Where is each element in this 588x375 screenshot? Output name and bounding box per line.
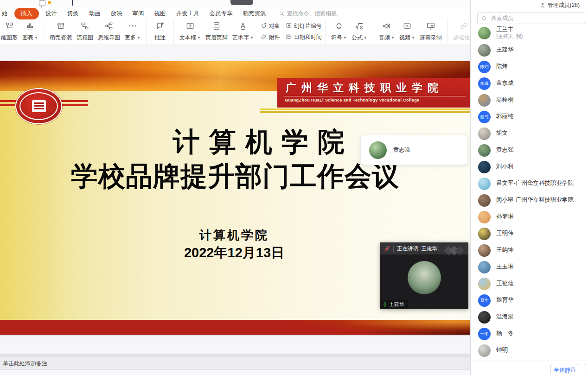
ribbon-item-chart[interactable]: 图表▼: [20, 20, 40, 43]
member-row[interactable]: 闵小翠-广州华立科技职业学院: [478, 192, 588, 209]
menu-tab-developer[interactable]: 开发工具: [171, 8, 205, 19]
ribbon-item-screen-record[interactable]: 屏幕录制: [417, 20, 444, 43]
member-name: 王明伟: [496, 230, 514, 237]
member-name: 温海浚: [496, 313, 514, 321]
member-row[interactable]: 王玉琳: [478, 259, 588, 275]
member-avatar: [478, 27, 491, 39]
speaker-video-window[interactable]: 正在讲话: 王建华; 王建华: [380, 242, 468, 309]
menu-tab-slideshow[interactable]: 放映: [106, 8, 128, 19]
search-icon: [279, 11, 285, 17]
menu-tab-transition[interactable]: 切换: [62, 8, 84, 19]
ribbon-item-textbox[interactable]: 文本框▼: [177, 20, 203, 43]
mic-muted-icon[interactable]: [384, 245, 390, 252]
ribbon-item-hyperlink[interactable]: 超链接▼: [451, 20, 470, 43]
ribbon-group-2: 批注: [147, 19, 174, 44]
menu-tab-view[interactable]: 视图: [149, 8, 171, 19]
ribbon-item-wordart[interactable]: 艺术字▼: [230, 20, 256, 43]
ribbon-item-more[interactable]: 更多▼: [122, 20, 143, 43]
notes-splitter[interactable]: [0, 354, 470, 357]
member-row[interactable]: 王建华: [478, 42, 588, 58]
member-row[interactable]: 黄志强: [478, 142, 588, 159]
ribbon-item-symbol[interactable]: 符号▼: [329, 20, 349, 43]
member-row[interactable]: 温海浚: [478, 309, 588, 325]
speaker-avatar: [408, 261, 441, 294]
status-bar: [0, 369, 470, 375]
dropdown-arrow-icon: ▼: [411, 36, 415, 40]
ribbon-item-mindmap[interactable]: 思维导图: [96, 20, 122, 43]
mindmap-icon: [104, 21, 114, 32]
menu-tab-insert[interactable]: 插入: [14, 8, 39, 19]
slide-bottom-band: [0, 320, 470, 335]
member-row[interactable]: 丽纯郭丽纯: [478, 108, 588, 125]
ribbon-item-smart-graphics[interactable]: 能图形: [0, 20, 20, 43]
member-list: 王兰丰(主持人, 我)王建华陈炜陈炜东成盖东成高梓桐丽纯郭丽纯胡文黄志强刘小利吕…: [471, 24, 588, 361]
member-name: 孙梦琳: [496, 213, 514, 221]
member-name: 高梓桐: [496, 96, 514, 104]
menu-tab-docer[interactable]: 稻壳资源: [238, 8, 271, 19]
menu-tab-animation[interactable]: 动画: [84, 8, 106, 19]
window-tab[interactable]: [230, 0, 253, 5]
slide-title-line1: 计算机学院: [173, 129, 354, 156]
member-name: 胡文: [496, 130, 508, 137]
panel-footer: 全体静音: [471, 361, 588, 375]
member-row[interactable]: 王祉蕴: [478, 275, 588, 292]
speaker-name-tag: 王建华: [380, 300, 408, 309]
member-name: 王屿坤: [496, 247, 514, 254]
member-name: 刘小利: [496, 163, 514, 171]
member-row[interactable]: 陈炜陈炜: [478, 58, 588, 75]
member-avatar: 一冬: [478, 328, 491, 340]
text-cursor: [72, 0, 73, 6]
member-row[interactable]: 王明伟: [478, 225, 588, 242]
search-icon: [481, 15, 487, 21]
ribbon-item-slide-number[interactable]: 幻灯片编号: [286, 22, 322, 30]
member-row[interactable]: 育华魏育华: [478, 292, 588, 309]
member-row[interactable]: 钟明: [478, 342, 588, 359]
ribbon-item-audio[interactable]: 音频▼: [377, 20, 397, 43]
formula-icon: [355, 21, 364, 32]
menu-tab-review[interactable]: 审阅: [128, 8, 149, 19]
ribbon-item-flowchart[interactable]: 流程图: [74, 20, 96, 43]
member-name: 黄志强: [496, 146, 514, 154]
member-row[interactable]: 孙梦琳: [478, 209, 588, 225]
member-name: 杨一冬: [496, 330, 514, 337]
member-row[interactable]: 东成盖东成: [478, 75, 588, 92]
member-name: 王建华: [496, 46, 514, 54]
college-emblem-logo: [15, 88, 62, 124]
textbox-icon: [185, 21, 195, 32]
ribbon-item-store[interactable]: 稻壳资源: [47, 20, 74, 43]
member-row[interactable]: 吕文平-广州华立科技职业学院: [478, 175, 588, 192]
member-row[interactable]: 高梓桐: [478, 92, 588, 108]
member-avatar: [478, 244, 491, 257]
dropdown-arrow-icon: ▼: [250, 36, 254, 40]
ribbon-item-object[interactable]: 对象: [261, 22, 280, 30]
menu-tab-home[interactable]: 始: [0, 8, 13, 19]
ribbon-item-formula[interactable]: 公式▼: [349, 20, 370, 43]
member-row[interactable]: 胡文: [478, 125, 588, 142]
member-row[interactable]: 一冬杨一冬: [478, 325, 588, 342]
menu-tab-design[interactable]: 设计: [40, 8, 62, 19]
member-row[interactable]: 刘小利: [478, 159, 588, 175]
command-search[interactable]: 查找命令、搜索模板: [279, 10, 337, 18]
ribbon-item-datetime[interactable]: 日期和时间: [286, 33, 322, 41]
member-search-input[interactable]: [490, 14, 585, 22]
ribbon-item-header-footer[interactable]: 页眉页脚: [203, 20, 230, 43]
member-row[interactable]: 王兰丰(主持人, 我): [478, 24, 588, 42]
participant-name: 黄志强: [393, 146, 410, 154]
mute-all-button[interactable]: 全体静音: [550, 364, 579, 375]
person-icon: [540, 2, 545, 8]
member-avatar: 育华: [478, 294, 491, 307]
member-row[interactable]: 王屿坤: [478, 242, 588, 259]
ribbon-item-comment[interactable]: 批注: [150, 20, 170, 43]
member-name: 王兰丰: [496, 26, 523, 33]
dropdown-arrow-icon: ▼: [197, 36, 201, 40]
ribbon-item-video[interactable]: 视频▼: [397, 20, 417, 43]
member-avatar: [478, 178, 491, 190]
participant-card[interactable]: 黄志强: [360, 135, 468, 165]
dropdown-arrow-icon: ▼: [391, 36, 395, 40]
menu-tab-member[interactable]: 会员专享: [205, 8, 238, 19]
notes-area[interactable]: 单击此处添加备注: [0, 357, 470, 369]
partial-action-button[interactable]: [584, 364, 588, 375]
ribbon-item-attachment[interactable]: 附件: [261, 33, 280, 41]
member-search-box[interactable]: [477, 12, 585, 24]
dropdown-arrow-icon: ▼: [137, 36, 141, 40]
